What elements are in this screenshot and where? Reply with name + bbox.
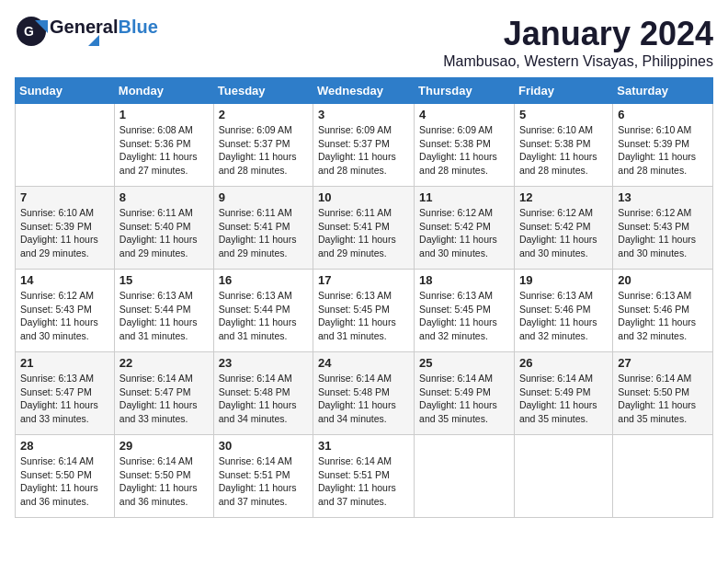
calendar-header-row: SundayMondayTuesdayWednesdayThursdayFrid… [16,78,713,104]
day-number: 9 [219,190,308,204]
header-day-sunday: Sunday [16,78,115,104]
header: G GeneralBlue January 2024 Mambusao, Wes… [15,15,713,70]
cell-info: Sunrise: 6:14 AM Sunset: 5:50 PM Dayligh… [119,454,209,509]
cell-info: Sunrise: 6:13 AM Sunset: 5:46 PM Dayligh… [519,289,608,343]
header-day-friday: Friday [514,78,612,104]
cell-info: Sunrise: 6:13 AM Sunset: 5:44 PM Dayligh… [119,289,209,343]
cell-info: Sunrise: 6:13 AM Sunset: 5:45 PM Dayligh… [318,289,409,343]
cell-info: Sunrise: 6:13 AM Sunset: 5:44 PM Dayligh… [219,289,308,343]
calendar-cell: 27Sunrise: 6:14 AM Sunset: 5:50 PM Dayli… [613,352,713,435]
calendar-cell: 3Sunrise: 6:09 AM Sunset: 5:37 PM Daylig… [313,104,415,187]
day-number: 5 [519,108,608,121]
calendar-cell: 10Sunrise: 6:11 AM Sunset: 5:41 PM Dayli… [313,187,415,270]
cell-info: Sunrise: 6:13 AM Sunset: 5:46 PM Dayligh… [618,289,708,343]
cell-info: Sunrise: 6:10 AM Sunset: 5:39 PM Dayligh… [618,123,708,178]
calendar-week-4: 21Sunrise: 6:13 AM Sunset: 5:47 PM Dayli… [16,352,713,435]
calendar-cell: 29Sunrise: 6:14 AM Sunset: 5:50 PM Dayli… [114,435,213,518]
calendar-cell: 1Sunrise: 6:08 AM Sunset: 5:36 PM Daylig… [114,104,213,187]
cell-info: Sunrise: 6:11 AM Sunset: 5:41 PM Dayligh… [219,206,308,260]
header-day-tuesday: Tuesday [213,78,313,104]
day-number: 16 [219,273,308,287]
day-number: 12 [519,190,608,204]
logo-icon: G [15,15,48,48]
cell-info: Sunrise: 6:14 AM Sunset: 5:47 PM Dayligh… [119,372,209,426]
logo: G GeneralBlue [15,15,158,48]
cell-info: Sunrise: 6:14 AM Sunset: 5:48 PM Dayligh… [318,372,409,426]
calendar-cell: 11Sunrise: 6:12 AM Sunset: 5:42 PM Dayli… [415,187,515,270]
day-number: 15 [119,273,209,287]
day-number: 18 [419,273,509,287]
day-number: 6 [618,108,708,121]
day-number: 23 [219,356,308,370]
calendar-cell: 17Sunrise: 6:13 AM Sunset: 5:45 PM Dayli… [313,270,415,352]
day-number: 24 [318,356,409,370]
cell-info: Sunrise: 6:12 AM Sunset: 5:43 PM Dayligh… [20,289,109,343]
cell-info: Sunrise: 6:08 AM Sunset: 5:36 PM Dayligh… [119,123,209,178]
cell-info: Sunrise: 6:14 AM Sunset: 5:49 PM Dayligh… [519,372,608,426]
cell-info: Sunrise: 6:09 AM Sunset: 5:37 PM Dayligh… [219,123,308,178]
day-number: 20 [618,273,708,287]
day-number: 14 [20,273,109,287]
location-title: Mambusao, Western Visayas, Philippines [443,53,713,70]
calendar-cell [613,435,713,518]
day-number: 8 [119,190,209,204]
logo-general: General [50,17,118,37]
calendar-cell: 26Sunrise: 6:14 AM Sunset: 5:49 PM Dayli… [514,352,612,435]
month-title: January 2024 [443,15,713,53]
calendar-week-5: 28Sunrise: 6:14 AM Sunset: 5:50 PM Dayli… [16,435,713,518]
calendar-cell: 16Sunrise: 6:13 AM Sunset: 5:44 PM Dayli… [213,270,313,352]
calendar-cell: 9Sunrise: 6:11 AM Sunset: 5:41 PM Daylig… [213,187,313,270]
day-number: 2 [219,108,308,121]
cell-info: Sunrise: 6:14 AM Sunset: 5:49 PM Dayligh… [419,372,509,426]
calendar-cell: 31Sunrise: 6:14 AM Sunset: 5:51 PM Dayli… [313,435,415,518]
header-day-thursday: Thursday [415,78,515,104]
calendar-cell: 5Sunrise: 6:10 AM Sunset: 5:38 PM Daylig… [514,104,612,187]
cell-info: Sunrise: 6:14 AM Sunset: 5:50 PM Dayligh… [20,454,109,509]
title-block: January 2024 Mambusao, Western Visayas, … [443,15,713,70]
calendar-cell: 4Sunrise: 6:09 AM Sunset: 5:38 PM Daylig… [415,104,515,187]
header-day-monday: Monday [114,78,213,104]
calendar: SundayMondayTuesdayWednesdayThursdayFrid… [15,77,713,518]
svg-text:G: G [24,24,34,39]
cell-info: Sunrise: 6:09 AM Sunset: 5:37 PM Dayligh… [318,123,409,178]
day-number: 19 [519,273,608,287]
day-number: 26 [519,356,608,370]
calendar-cell: 24Sunrise: 6:14 AM Sunset: 5:48 PM Dayli… [313,352,415,435]
calendar-cell: 22Sunrise: 6:14 AM Sunset: 5:47 PM Dayli… [114,352,213,435]
calendar-cell [16,104,115,187]
day-number: 22 [119,356,209,370]
calendar-week-3: 14Sunrise: 6:12 AM Sunset: 5:43 PM Dayli… [16,270,713,352]
calendar-cell: 28Sunrise: 6:14 AM Sunset: 5:50 PM Dayli… [16,435,115,518]
day-number: 1 [119,108,209,121]
calendar-cell: 7Sunrise: 6:10 AM Sunset: 5:39 PM Daylig… [16,187,115,270]
cell-info: Sunrise: 6:13 AM Sunset: 5:47 PM Dayligh… [20,372,109,426]
day-number: 13 [618,190,708,204]
cell-info: Sunrise: 6:12 AM Sunset: 5:42 PM Dayligh… [519,206,608,260]
cell-info: Sunrise: 6:13 AM Sunset: 5:45 PM Dayligh… [419,289,509,343]
cell-info: Sunrise: 6:09 AM Sunset: 5:38 PM Dayligh… [419,123,509,178]
day-number: 7 [20,190,109,204]
calendar-cell: 30Sunrise: 6:14 AM Sunset: 5:51 PM Dayli… [213,435,313,518]
cell-info: Sunrise: 6:12 AM Sunset: 5:43 PM Dayligh… [618,206,708,260]
calendar-cell: 20Sunrise: 6:13 AM Sunset: 5:46 PM Dayli… [613,270,713,352]
header-day-wednesday: Wednesday [313,78,415,104]
calendar-cell: 12Sunrise: 6:12 AM Sunset: 5:42 PM Dayli… [514,187,612,270]
calendar-cell [514,435,612,518]
calendar-week-2: 7Sunrise: 6:10 AM Sunset: 5:39 PM Daylig… [16,187,713,270]
cell-info: Sunrise: 6:12 AM Sunset: 5:42 PM Dayligh… [419,206,509,260]
calendar-cell: 19Sunrise: 6:13 AM Sunset: 5:46 PM Dayli… [514,270,612,352]
day-number: 4 [419,108,509,121]
calendar-cell: 18Sunrise: 6:13 AM Sunset: 5:45 PM Dayli… [415,270,515,352]
calendar-cell: 13Sunrise: 6:12 AM Sunset: 5:43 PM Dayli… [613,187,713,270]
day-number: 21 [20,356,109,370]
logo-blue: Blue [118,17,157,37]
calendar-cell [415,435,515,518]
calendar-cell: 14Sunrise: 6:12 AM Sunset: 5:43 PM Dayli… [16,270,115,352]
calendar-cell: 8Sunrise: 6:11 AM Sunset: 5:40 PM Daylig… [114,187,213,270]
day-number: 27 [618,356,708,370]
cell-info: Sunrise: 6:11 AM Sunset: 5:41 PM Dayligh… [318,206,409,260]
cell-info: Sunrise: 6:14 AM Sunset: 5:51 PM Dayligh… [318,454,409,509]
calendar-cell: 21Sunrise: 6:13 AM Sunset: 5:47 PM Dayli… [16,352,115,435]
calendar-cell: 6Sunrise: 6:10 AM Sunset: 5:39 PM Daylig… [613,104,713,187]
calendar-cell: 25Sunrise: 6:14 AM Sunset: 5:49 PM Dayli… [415,352,515,435]
